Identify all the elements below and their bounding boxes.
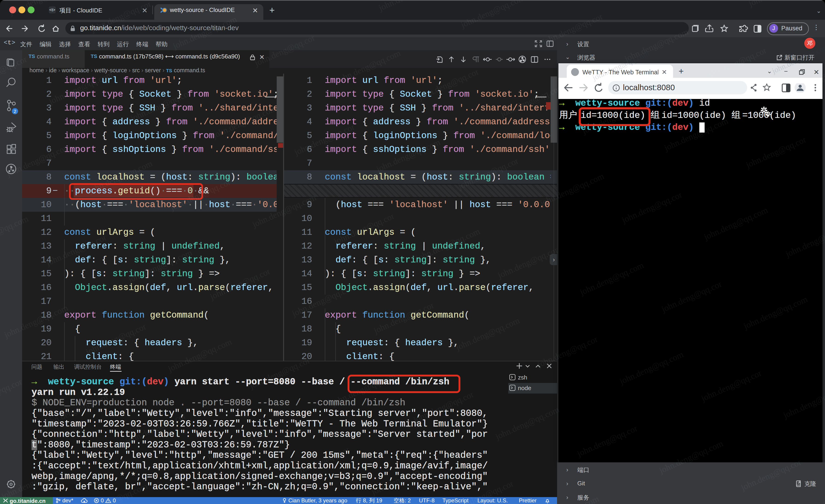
svg-text:2: 2 <box>14 109 16 114</box>
